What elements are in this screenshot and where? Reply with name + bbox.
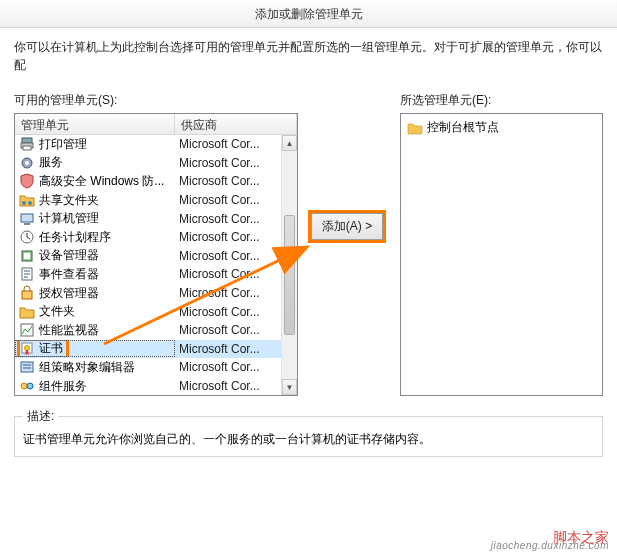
svg-rect-2 — [23, 146, 31, 150]
svg-rect-17 — [21, 362, 33, 372]
list-item-vendor: Microsoft Cor... — [175, 230, 281, 244]
list-item[interactable]: 高级安全 Windows 防...Microsoft Cor... — [15, 172, 281, 191]
column-header-name[interactable]: 管理单元 — [15, 114, 175, 134]
list-item-vendor: Microsoft Cor... — [175, 137, 281, 151]
selected-treeview[interactable]: 控制台根节点 — [400, 113, 603, 396]
selected-item-highlight: 证书 — [19, 340, 67, 357]
gpo-icon — [19, 359, 35, 375]
description-label: 描述: — [23, 408, 58, 425]
svg-rect-11 — [24, 253, 30, 259]
add-button[interactable]: 添加(A) > — [311, 213, 383, 240]
svg-point-5 — [22, 201, 26, 205]
list-item-label: 文件夹 — [39, 303, 75, 320]
list-item-vendor: Microsoft Cor... — [175, 212, 281, 226]
event-icon — [19, 266, 35, 282]
list-item[interactable]: 文件夹Microsoft Cor... — [15, 302, 281, 321]
list-item-label: 计算机管理 — [39, 210, 99, 227]
list-item-label: 组策略对象编辑器 — [39, 359, 135, 376]
svg-rect-13 — [22, 291, 32, 299]
svg-point-18 — [21, 383, 27, 389]
tree-root-item[interactable]: 控制台根节点 — [405, 118, 598, 137]
folder-icon — [19, 304, 35, 320]
auth-icon — [19, 285, 35, 301]
list-item-label: 授权管理器 — [39, 285, 99, 302]
list-item[interactable]: 任务计划程序Microsoft Cor... — [15, 228, 281, 247]
list-item[interactable]: 证书Microsoft Cor... — [15, 340, 281, 359]
watermark-url: jiaocheng.duxinzhe.com — [491, 540, 609, 551]
add-button-highlight: 添加(A) > — [308, 210, 386, 243]
list-item[interactable]: 计算机管理Microsoft Cor... — [15, 209, 281, 228]
list-item-label: 服务 — [39, 154, 63, 171]
list-item[interactable]: 事件查看器Microsoft Cor... — [15, 265, 281, 284]
computer-icon — [19, 211, 35, 227]
description-text: 证书管理单元允许你浏览自己的、一个服务的或一台计算机的证书存储内容。 — [23, 431, 594, 448]
list-item[interactable]: 授权管理器Microsoft Cor... — [15, 284, 281, 303]
clock-icon — [19, 229, 35, 245]
shield-icon — [19, 173, 35, 189]
folder-icon — [407, 120, 423, 136]
shared-folder-icon — [19, 192, 35, 208]
list-item-vendor: Microsoft Cor... — [175, 286, 281, 300]
listview-header[interactable]: 管理单元 供应商 — [15, 114, 297, 135]
svg-point-19 — [27, 383, 33, 389]
list-item-vendor: Microsoft Cor... — [175, 342, 281, 356]
scroll-down-button[interactable]: ▼ — [282, 379, 297, 395]
list-item-label: 打印管理 — [39, 136, 87, 153]
list-item-label: 共享文件夹 — [39, 192, 99, 209]
list-item-vendor: Microsoft Cor... — [175, 360, 281, 374]
svg-rect-7 — [21, 214, 33, 222]
available-listview[interactable]: 管理单元 供应商 打印管理Microsoft Cor...服务Microsoft… — [14, 113, 298, 396]
list-item-label: 设备管理器 — [39, 247, 99, 264]
component-icon — [19, 378, 35, 394]
svg-point-6 — [28, 201, 32, 205]
list-item-vendor: Microsoft Cor... — [175, 379, 281, 393]
list-item-vendor: Microsoft Cor... — [175, 174, 281, 188]
device-icon — [19, 248, 35, 264]
list-item[interactable]: 设备管理器Microsoft Cor... — [15, 247, 281, 266]
list-item[interactable]: 组策略对象编辑器Microsoft Cor... — [15, 358, 281, 377]
list-item-label: 事件查看器 — [39, 266, 99, 283]
description-group: 描述: 证书管理单元允许你浏览自己的、一个服务的或一台计算机的证书存储内容。 — [14, 408, 603, 457]
list-item-vendor: Microsoft Cor... — [175, 193, 281, 207]
list-item-label: 高级安全 Windows 防... — [39, 173, 164, 190]
list-item-vendor: Microsoft Cor... — [175, 323, 281, 337]
tree-root-label: 控制台根节点 — [427, 119, 499, 136]
printer-icon — [19, 136, 35, 152]
svg-rect-14 — [21, 324, 33, 336]
list-item-label: 性能监视器 — [39, 322, 99, 339]
list-item-vendor: Microsoft Cor... — [175, 156, 281, 170]
list-item[interactable]: 服务Microsoft Cor... — [15, 154, 281, 173]
scroll-up-button[interactable]: ▲ — [282, 135, 297, 151]
list-item[interactable]: 组件服务Microsoft Cor... — [15, 377, 281, 395]
window-title: 添加或删除管理单元 — [0, 0, 617, 28]
list-item[interactable]: 打印管理Microsoft Cor... — [15, 135, 281, 154]
scroll-thumb[interactable] — [284, 215, 295, 335]
svg-rect-8 — [24, 223, 30, 225]
list-item-label: 任务计划程序 — [39, 229, 111, 246]
svg-point-4 — [25, 161, 29, 165]
perf-icon — [19, 322, 35, 338]
svg-rect-0 — [22, 138, 32, 143]
list-item-vendor: Microsoft Cor... — [175, 305, 281, 319]
selected-label: 所选管理单元(E): — [400, 92, 603, 109]
svg-point-16 — [25, 345, 30, 350]
scrollbar[interactable]: ▲ ▼ — [281, 135, 297, 395]
list-item[interactable]: 性能监视器Microsoft Cor... — [15, 321, 281, 340]
list-item-vendor: Microsoft Cor... — [175, 249, 281, 263]
list-item-label: 证书 — [39, 340, 63, 357]
list-item[interactable]: 共享文件夹Microsoft Cor... — [15, 191, 281, 210]
dialog-instructions: 你可以在计算机上为此控制台选择可用的管理单元并配置所选的一组管理单元。对于可扩展… — [0, 28, 617, 80]
column-header-vendor[interactable]: 供应商 — [175, 114, 297, 134]
cert-icon — [19, 341, 35, 357]
list-item-label: 组件服务 — [39, 378, 87, 395]
gear-icon — [19, 155, 35, 171]
available-label: 可用的管理单元(S): — [14, 92, 298, 109]
list-item-vendor: Microsoft Cor... — [175, 267, 281, 281]
